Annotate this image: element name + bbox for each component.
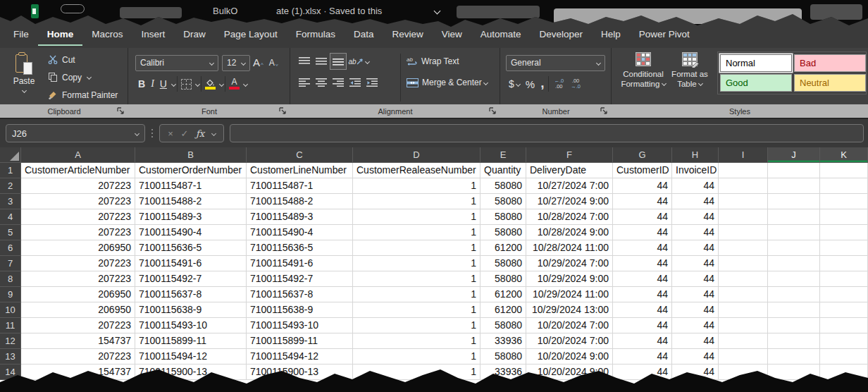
ribbon-tab-power-pivot[interactable]: Power Pivot [630, 25, 699, 46]
merge-center-button[interactable]: Merge & Center [407, 72, 488, 93]
increase-decimal-button[interactable]: ←.0.00 [550, 78, 567, 90]
column-header-i[interactable]: I [719, 147, 768, 163]
orientation-button[interactable]: ab [347, 53, 371, 70]
cell-c9[interactable]: 7100115637-8 [247, 287, 353, 302]
cell-j1[interactable] [768, 163, 820, 178]
cell-a5[interactable]: 207223 [21, 225, 135, 240]
column-header-g[interactable]: G [613, 147, 672, 163]
middle-align-button[interactable] [313, 53, 330, 70]
cell-g2[interactable]: 44 [613, 178, 672, 194]
cell-g1[interactable]: CustomerID [613, 163, 672, 178]
cell-c2[interactable]: 7100115487-1 [247, 178, 353, 194]
cell-e12[interactable]: 33936 [480, 333, 526, 349]
cell-d7[interactable]: 1 [353, 256, 480, 271]
row-header-8[interactable]: 8 [0, 271, 21, 287]
cell-c10[interactable]: 7100115638-9 [247, 302, 353, 318]
cell-f9[interactable]: 10/29/2024 11:00 [526, 287, 613, 302]
cell-a7[interactable]: 207223 [21, 256, 135, 271]
cell-f13[interactable]: 10/20/2024 9:00 [526, 349, 613, 365]
copy-dropdown-chevron-icon[interactable] [87, 75, 92, 80]
cell-e1[interactable]: Quantity [480, 163, 526, 178]
row-header-12[interactable]: 12 [0, 333, 21, 349]
fill-color-button[interactable] [203, 78, 218, 90]
cell-g3[interactable]: 44 [613, 194, 672, 209]
clipboard-dialog-launcher[interactable] [117, 107, 125, 115]
cell-k2[interactable] [820, 178, 868, 194]
cell-h7[interactable]: 44 [672, 256, 719, 271]
row-header-7[interactable]: 7 [0, 256, 21, 271]
cell-e2[interactable]: 58080 [480, 178, 526, 194]
decrease-indent-button[interactable] [347, 74, 364, 91]
cell-i12[interactable] [719, 333, 768, 349]
accounting-format-button[interactable]: $ [506, 77, 523, 91]
column-header-c[interactable]: C [247, 147, 353, 163]
cell-h2[interactable]: 44 [672, 178, 719, 194]
formula-input[interactable] [230, 124, 864, 142]
ribbon-tab-help[interactable]: Help [592, 25, 630, 46]
cell-e13[interactable]: 58080 [480, 349, 526, 365]
decrease-font-size-button[interactable]: A^ [266, 57, 281, 68]
cell-g8[interactable]: 44 [613, 271, 672, 287]
row-header-5[interactable]: 5 [0, 225, 21, 240]
ribbon-tab-automate[interactable]: Automate [471, 25, 531, 46]
cell-c6[interactable]: 7100115636-5 [247, 240, 353, 256]
cell-c7[interactable]: 7100115491-6 [247, 256, 353, 271]
cell-b11[interactable]: 7100115493-10 [135, 318, 247, 333]
cell-a1[interactable]: CustomerArticleNumber [21, 163, 135, 178]
ribbon-tab-data[interactable]: Data [345, 25, 383, 46]
font-dialog-launcher[interactable] [279, 107, 287, 115]
cell-f6[interactable]: 10/28/2024 11:00 [526, 240, 613, 256]
ribbon-tab-view[interactable]: View [433, 25, 471, 46]
cell-d5[interactable]: 1 [353, 225, 480, 240]
cell-h10[interactable]: 44 [672, 302, 719, 318]
cell-g7[interactable]: 44 [613, 256, 672, 271]
cell-a11[interactable]: 207223 [21, 318, 135, 333]
cell-i2[interactable] [719, 178, 768, 194]
cell-i3[interactable] [719, 194, 768, 209]
ribbon-tab-file[interactable]: File [4, 25, 38, 46]
paste-button[interactable]: Paste [6, 51, 42, 104]
fill-color-chevron-icon[interactable] [219, 81, 224, 86]
font-color-button[interactable]: A [227, 78, 242, 90]
cell-a3[interactable]: 207223 [21, 194, 135, 209]
paste-dropdown-chevron-icon[interactable] [21, 88, 26, 93]
cell-f12[interactable]: 10/20/2024 7:00 [526, 333, 613, 349]
cell-b13[interactable]: 7100115494-12 [135, 349, 247, 365]
column-header-j[interactable]: J [768, 147, 820, 163]
cell-b6[interactable]: 7100115636-5 [135, 240, 247, 256]
cell-a4[interactable]: 207223 [21, 209, 135, 225]
cell-a10[interactable]: 206950 [21, 302, 135, 318]
row-header-2[interactable]: 2 [0, 178, 21, 194]
cell-style-good[interactable]: Good [720, 74, 792, 92]
decrease-decimal-button[interactable]: .00→.0 [567, 78, 584, 90]
cell-j3[interactable] [768, 194, 820, 209]
cell-k6[interactable] [820, 240, 868, 256]
cell-a9[interactable]: 206950 [21, 287, 135, 302]
format-painter-button[interactable]: Format Painter [46, 86, 118, 104]
cell-h4[interactable]: 44 [672, 209, 719, 225]
cell-g11[interactable]: 44 [613, 318, 672, 333]
column-header-b[interactable]: B [135, 147, 247, 163]
cell-j4[interactable] [768, 209, 820, 225]
cell-c5[interactable]: 7100115490-4 [247, 225, 353, 240]
cell-d8[interactable]: 1 [353, 271, 480, 287]
copy-button[interactable]: Copy [46, 68, 118, 86]
bottom-align-button[interactable] [330, 53, 347, 70]
cell-i8[interactable] [719, 271, 768, 287]
column-header-e[interactable]: E [480, 147, 526, 163]
cell-j2[interactable] [768, 178, 820, 194]
formula-bar-drag-dots[interactable] [151, 133, 153, 134]
cell-a6[interactable]: 206950 [21, 240, 135, 256]
underline-dropdown-chevron-icon[interactable] [171, 81, 176, 86]
ribbon-tab-review[interactable]: Review [383, 25, 432, 46]
cell-i5[interactable] [719, 225, 768, 240]
align-right-button[interactable] [330, 74, 347, 91]
row-header-11[interactable]: 11 [0, 318, 21, 333]
ribbon-tab-formulas[interactable]: Formulas [287, 25, 345, 46]
cell-c4[interactable]: 7100115489-3 [247, 209, 353, 225]
cell-a8[interactable]: 207223 [21, 271, 135, 287]
cell-style-bad[interactable]: Bad [794, 54, 866, 72]
cell-f11[interactable]: 10/20/2024 7:00 [526, 318, 613, 333]
cell-i9[interactable] [719, 287, 768, 302]
format-as-table-button[interactable]: Format as Table [666, 50, 713, 104]
